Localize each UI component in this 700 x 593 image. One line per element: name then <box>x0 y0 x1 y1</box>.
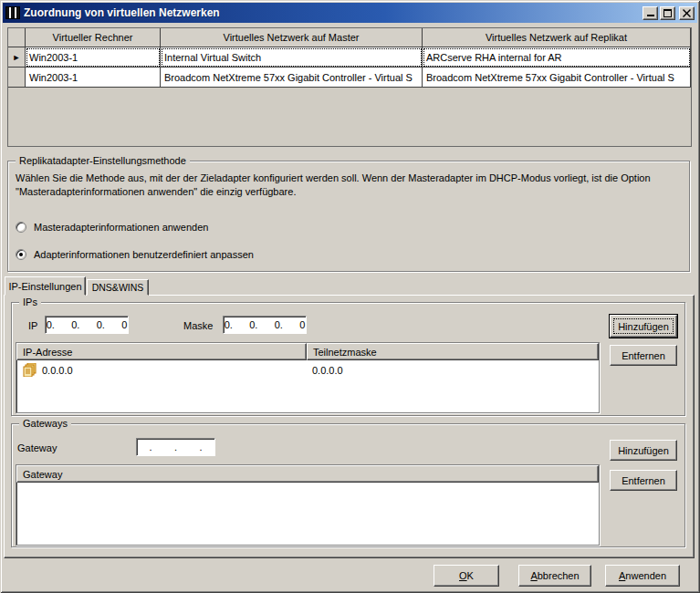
ips-groupbox-title: IPs <box>19 296 41 307</box>
row-selector-cell <box>8 68 26 88</box>
title-bar[interactable]: Zuordnung von virtuellen Netzwerken <box>3 3 697 23</box>
grid-cell[interactable]: Win2003-1 <box>26 47 161 68</box>
grid-cell[interactable]: ARCserve RHA internal for AR <box>423 47 691 68</box>
minimize-button[interactable] <box>643 6 658 20</box>
grid-cell[interactable]: Win2003-1 <box>26 68 161 88</box>
ip-add-button-label: Hinzufügen <box>613 318 674 334</box>
grid-row-1[interactable]: ► Win2003-1 Internal Virtual Switch ARCs… <box>8 47 691 68</box>
gateway-label: Gateway <box>17 442 57 453</box>
gateways-groupbox: Gateways Gateway . . . Hinzufügen Entfer… <box>11 423 685 547</box>
window-title: Zuordnung von virtuellen Netzwerken <box>24 6 641 19</box>
dialog-window: Zuordnung von virtuellen Netzwerken Virt… <box>0 0 700 593</box>
grid-col-netzwerk-master[interactable]: Virtuelles Netzwerk auf Master <box>161 28 423 47</box>
method-description-line1: Wählen Sie die Methode aus, mit der der … <box>16 172 651 183</box>
gateway-list-header: Gateway <box>16 465 599 483</box>
grid-header: Virtueller Rechner Virtuelles Netzwerk a… <box>8 28 691 47</box>
mask-label: Maske <box>183 320 213 331</box>
ip-remove-button[interactable]: Entfernen <box>610 345 677 366</box>
ok-button[interactable]: OK <box>434 565 499 587</box>
gateway-remove-button[interactable]: Entfernen <box>610 470 677 491</box>
gateway-add-button-label: Hinzufügen <box>613 443 674 457</box>
grid-corner-cell <box>8 28 26 47</box>
ip-list-cell-ip: 0.0.0.0 <box>16 363 307 377</box>
minimize-icon <box>647 15 654 16</box>
cancel-button[interactable]: Abbrechen <box>518 565 591 587</box>
network-pages-icon <box>22 363 37 377</box>
ip-list-value-ip: 0.0.0.0 <box>42 365 73 376</box>
ip-list[interactable]: IP-Adresse Teilnetzmaske <box>16 342 600 413</box>
ip-add-button[interactable]: Hinzufügen <box>610 315 677 338</box>
gateways-groupbox-title: Gateways <box>19 418 71 429</box>
row-selector-icon: ► <box>13 53 21 62</box>
ips-groupbox: IPs IP 0. 0. 0. 0 Maske 0. 0. 0. 0 Hinzu… <box>11 302 685 416</box>
grid-col-virtueller-rechner[interactable]: Virtueller Rechner <box>26 28 161 47</box>
method-groupbox-title: Replikatadapter-Einstellungsmethode <box>16 155 190 166</box>
grid-cell[interactable]: Broadcom NetXtreme 57xx Gigabit Controll… <box>161 68 423 88</box>
ip-remove-button-label: Entfernen <box>613 349 674 362</box>
mask-input-value: 0. 0. 0. 0 <box>225 319 306 330</box>
grid-cell[interactable]: Internal Virtual Switch <box>161 47 423 68</box>
maximize-button[interactable] <box>660 6 675 20</box>
close-button[interactable] <box>679 6 695 20</box>
row-selector-cell: ► <box>8 47 26 68</box>
ip-list-value-mask: 0.0.0.0 <box>312 365 343 376</box>
app-icon <box>5 6 20 19</box>
close-icon <box>683 9 691 17</box>
method-groupbox: Replikatadapter-Einstellungsmethode Wähl… <box>7 161 690 272</box>
mask-input[interactable]: 0. 0. 0. 0 <box>223 316 307 334</box>
ip-input-value: 0. 0. 0. 0 <box>47 319 128 330</box>
grid-col-netzwerk-replikat[interactable]: Virtuelles Netzwerk auf Replikat <box>423 28 691 47</box>
radio-icon <box>16 249 26 260</box>
radio-label: Adapterinformationen benutzerdefiniert a… <box>34 249 254 260</box>
ip-list-header: IP-Adresse Teilnetzmaske <box>16 343 599 360</box>
ok-button-label: OK <box>437 568 496 583</box>
ip-input[interactable]: 0. 0. 0. 0 <box>45 316 129 334</box>
ip-list-col-ip-adresse[interactable]: IP-Adresse <box>16 343 307 360</box>
radio-master-adapter-info[interactable]: Masteradapterinformationen anwenden <box>16 222 208 233</box>
radio-icon <box>16 222 26 233</box>
ip-list-col-teilnetzmaske[interactable]: Teilnetzmaske <box>307 343 599 360</box>
gateway-input-value: . . . <box>146 442 204 453</box>
vm-network-grid: Virtueller Rechner Virtuelles Netzwerk a… <box>7 27 692 147</box>
gateway-remove-button-label: Entfernen <box>613 473 674 487</box>
apply-button-label: Anwenden <box>609 568 676 583</box>
gateway-list[interactable]: Gateway <box>16 464 600 546</box>
radio-custom-adapter-info[interactable]: Adapterinformationen benutzerdefiniert a… <box>16 249 254 260</box>
gateway-add-button[interactable]: Hinzufügen <box>610 440 677 461</box>
maximize-icon <box>663 9 672 17</box>
method-description-line2: "Masteradapterinformationen anwenden" di… <box>16 186 296 197</box>
ip-label: IP <box>28 320 37 331</box>
grid-cell[interactable]: Broadcom NetXtreme 57xx Gigabit Controll… <box>423 68 691 88</box>
ip-list-row[interactable]: 0.0.0.0 0.0.0.0 <box>16 360 599 380</box>
cancel-button-label: Abbrechen <box>522 568 588 583</box>
ip-list-cell-mask: 0.0.0.0 <box>307 365 599 376</box>
gateway-list-col-gateway[interactable]: Gateway <box>16 465 599 483</box>
apply-button[interactable]: Anwenden <box>605 565 680 587</box>
tab-ip-einstellungen[interactable]: IP-Einstellungen <box>5 276 86 296</box>
radio-label: Masteradapterinformationen anwenden <box>34 222 208 233</box>
tab-dns-wins[interactable]: DNS&WINS <box>87 279 149 296</box>
gateway-input[interactable]: . . . <box>136 438 215 456</box>
grid-row-2[interactable]: Win2003-1 Broadcom NetXtreme 57xx Gigabi… <box>8 68 691 88</box>
